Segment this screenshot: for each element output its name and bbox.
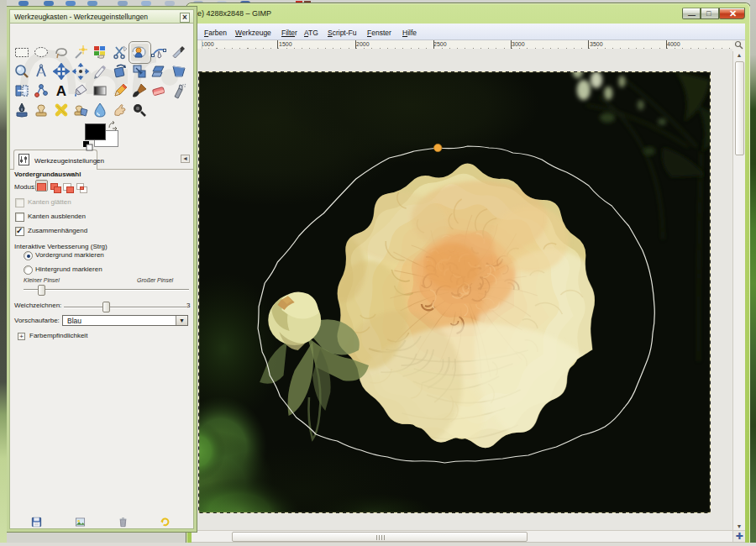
svg-text:A: A [56, 83, 66, 99]
